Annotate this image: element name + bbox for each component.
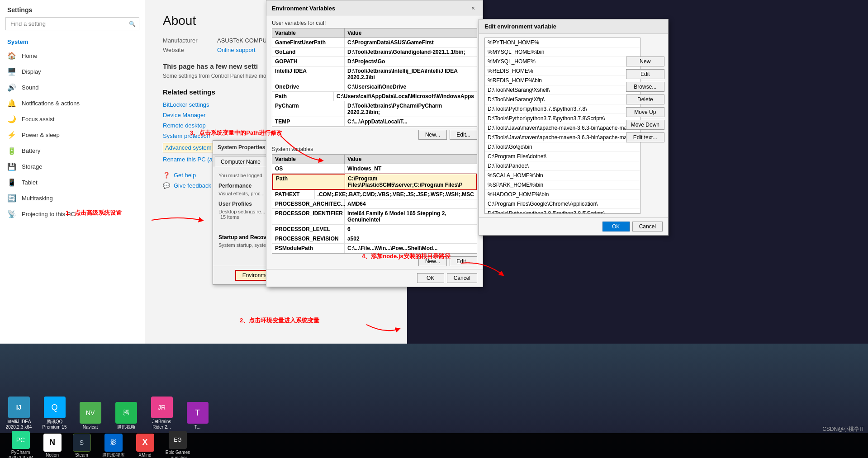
sys-var-row-6[interactable]: PROCESSOR_REVISION a502 — [272, 234, 477, 244]
envvar-bottom: OK Cancel — [266, 269, 483, 287]
sidebar-item-tablet[interactable]: 📱 Tablet — [0, 175, 145, 190]
env-move-up-btn[interactable]: Move Up — [626, 107, 664, 117]
search-icon: 🔍 — [129, 21, 136, 27]
env-item-17[interactable]: C:\Program Files\Google\Chrome\Applicati… — [485, 199, 640, 209]
envvar-titlebar: Environment Variables × — [266, 0, 483, 16]
env-item-1[interactable]: %MYSQL_HOME%\bin — [485, 47, 640, 57]
user-vars-title: User variables for caif! — [266, 16, 483, 28]
env-item-14[interactable]: %SCALA_HOME%\bin — [485, 171, 640, 180]
user-var-row-0[interactable]: GameFirstUserPath C:\ProgramData\ASUS\Ga… — [272, 38, 477, 47]
tab-computer-name[interactable]: Computer Name — [215, 156, 266, 167]
tablet-icon: 📱 — [7, 178, 16, 187]
user-var-row-6[interactable]: PyCharm D:\Tool\Jetbrains\PyCharm\PyChar… — [272, 101, 477, 117]
sound-icon: 🔊 — [7, 83, 16, 92]
env-item-13[interactable]: D:\Tools\Pandoc\ — [485, 161, 640, 171]
env-item-0[interactable]: %PYTHON_HOME% — [485, 38, 640, 47]
env-item-2[interactable]: %MYSQL_HOME% — [485, 57, 640, 66]
sidebar-item-multitasking[interactable]: 🔄 Multitasking — [0, 190, 145, 206]
notifications-icon: 🔔 — [7, 99, 16, 108]
sidebar-item-power[interactable]: ⚡ Power & sleep — [0, 127, 145, 143]
desktop-icon-idea[interactable]: IJ IntelliJ IDEA2020.2.3 x64 — [2, 397, 36, 430]
user-new-btn[interactable]: New... — [418, 130, 447, 140]
env-item-15[interactable]: %SPARK_HOME%\bin — [485, 180, 640, 190]
envvar-dialog: Environment Variables × User variables f… — [266, 0, 483, 287]
user-var-row-4[interactable]: OneDrive C:\Users\caif\OneDrive — [272, 82, 477, 92]
desktop-icon-qq[interactable]: Q 腾讯QQPremium 15 — [38, 397, 71, 430]
system-vars-table: Variable Value OS Windows_NT Path C:\Pro… — [272, 154, 477, 254]
env-item-18[interactable]: D:\Tools\Python\python3.8.5\python3.8.5\… — [485, 209, 640, 214]
sys-var-row-1[interactable]: Path C:\Program Files\PlasticSCM5\server… — [272, 174, 477, 190]
user-edit-btn[interactable]: Edit... — [450, 130, 477, 140]
taskbar-xmind[interactable]: X XMind — [130, 434, 160, 458]
env-item-8[interactable]: D:\Tools\Python\python3.7.8\python3.7.8\… — [485, 114, 640, 123]
env-edit-text-btn[interactable]: Edit text... — [626, 132, 664, 142]
envvar-cancel-btn[interactable]: Cancel — [447, 273, 477, 283]
focus-icon: 🌙 — [7, 115, 16, 123]
projecting-icon: 📡 — [7, 210, 16, 218]
desktop-icon-navicat[interactable]: NV Navicat — [73, 402, 107, 430]
sys-var-row-4[interactable]: PROCESSOR_IDENTIFIER Intel64 Family 6 Mo… — [272, 209, 477, 225]
envvar-close-btn[interactable]: × — [469, 4, 477, 12]
envvar-ok-btn[interactable]: OK — [417, 273, 444, 283]
desktop-icon-rider[interactable]: JR JetBrainsRider 2... — [145, 397, 179, 430]
sidebar-item-display[interactable]: 🖥️ Display — [0, 64, 145, 80]
user-vars-header: Variable Value — [272, 28, 477, 38]
user-var-row-5[interactable]: Path C:\Users\caif\AppData\Local\Microso… — [272, 92, 477, 101]
env-item-7[interactable]: D:\Tools\Python\python3.7.8\python3.7.8\ — [485, 104, 640, 114]
env-browse-btn[interactable]: Browse... — [626, 82, 664, 92]
env-item-6[interactable]: D:\Tool\NetSarang\Xftp\ — [485, 95, 640, 104]
env-item-11[interactable]: D:\Tools\Go\go\bin — [485, 142, 640, 152]
user-var-row-2[interactable]: GOPATH D:\Projects\Go — [272, 57, 477, 66]
user-var-row-7[interactable]: TEMP C:\...\AppData\Local\T... — [272, 117, 477, 127]
env-item-16[interactable]: %HADOOP_HOME%\bin — [485, 190, 640, 199]
taskbar-pycharm[interactable]: PC PyCharm2020.2.3 x64 — [4, 431, 38, 458]
sys-var-row-5[interactable]: PROCESSOR_LEVEL 6 — [272, 225, 477, 234]
env-delete-btn[interactable]: Delete — [626, 94, 664, 104]
search-input[interactable] — [5, 17, 139, 30]
taskbar-tencent-film[interactable]: 影 腾讯影视库 — [96, 434, 130, 458]
sys-var-row-3[interactable]: PROCESSOR_ARCHITEC... AMD64 — [272, 199, 477, 209]
user-var-row-3[interactable]: IntelliJ IDEA D:\Tool\Jetbrains\Intellij… — [272, 66, 477, 82]
user-vars-table: Variable Value GameFirstUserPath C:\Prog… — [272, 28, 477, 127]
sidebar-item-notifications[interactable]: 🔔 Notifications & actions — [0, 95, 145, 111]
env-move-down-btn[interactable]: Move Down — [626, 120, 664, 130]
sidebar-item-home[interactable]: 🏠 Home — [0, 48, 145, 64]
desktop-icon-t[interactable]: T T... — [180, 402, 214, 430]
desktop-icon-tencent-video[interactable]: 腾 腾讯视频 — [109, 402, 143, 430]
sys-var-row-7[interactable]: PSModulePath C:\...\File...\Win...\Pow..… — [272, 244, 477, 253]
env-new-btn[interactable]: New — [626, 57, 664, 66]
search-container: 🔍 — [5, 17, 139, 30]
taskbar-notion[interactable]: N Notion — [38, 434, 67, 458]
sys-vars-buttons: New... Edit... — [266, 254, 483, 269]
env-item-3[interactable]: %REDIS_HOME% — [485, 66, 640, 76]
edit-env-ok-btn[interactable]: OK — [602, 222, 630, 231]
edit-env-titlebar: Edit environment variable — [479, 19, 668, 34]
display-icon: 🖥️ — [7, 67, 16, 76]
system-vars-title: System variables — [266, 142, 483, 154]
sidebar-item-storage[interactable]: 💾 Storage — [0, 159, 145, 175]
settings-panel: Settings 🔍 System 🏠 Home 🖥️ Display 🔊 So… — [0, 0, 145, 344]
sidebar-item-battery[interactable]: 🔋 Battery — [0, 143, 145, 159]
sidebar-item-projecting[interactable]: 📡 Projecting to this PC — [0, 206, 145, 222]
sidebar-item-focus[interactable]: 🌙 Focus assist — [0, 111, 145, 127]
env-item-12[interactable]: C:\Program Files\dotnet\ — [485, 152, 640, 161]
watermark: CSDN@小桃学IT — [822, 425, 864, 433]
env-item-10[interactable]: D:\Tools\Java\maven\apache-maven-3.6.3-b… — [485, 133, 640, 142]
env-item-9[interactable]: D:\Tools\Java\maven\apache-maven-3.6.3-b… — [485, 123, 640, 133]
env-edit-btn[interactable]: Edit — [626, 69, 664, 79]
sys-new-btn[interactable]: New... — [418, 256, 447, 266]
taskbar-steam[interactable]: S Steam — [67, 434, 96, 458]
taskbar: PC PyCharm2020.2.3 x64 N Notion S Steam … — [0, 433, 868, 458]
env-item-4[interactable]: %REDIS_HOME%\bin — [485, 76, 640, 85]
taskbar-epic[interactable]: EG Epic GamesLauncher — [160, 431, 196, 458]
env-item-5[interactable]: D:\Tool\NetSarang\Xshell\ — [485, 85, 640, 95]
sys-var-row-2[interactable]: PATHEXT .COM;.EXE;.BAT;.CMD;.VBS;.VBE;.J… — [272, 190, 477, 199]
sidebar-item-sound[interactable]: 🔊 Sound — [0, 80, 145, 95]
battery-icon: 🔋 — [7, 146, 16, 155]
sys-var-row-0[interactable]: OS Windows_NT — [272, 164, 477, 174]
edit-env-cancel-btn[interactable]: Cancel — [632, 222, 663, 231]
sys-edit-btn[interactable]: Edit... — [450, 256, 477, 266]
settings-title: Settings — [0, 0, 145, 17]
desktop-icons-row: IJ IntelliJ IDEA2020.2.3 x64 Q 腾讯QQPremi… — [0, 397, 214, 432]
user-var-row-1[interactable]: GoLand D:\Tool\Jetbrains\Goland\goland-2… — [272, 47, 477, 57]
